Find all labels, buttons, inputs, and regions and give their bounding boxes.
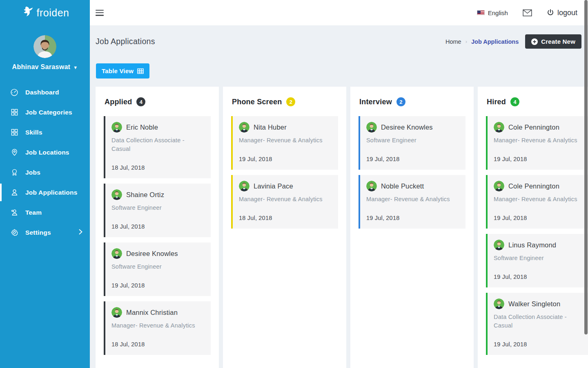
sidebar-item-skills[interactable]: Skills — [0, 122, 90, 142]
card-header: Shaine Ortiz — [111, 189, 205, 200]
application-card[interactable]: Cole PenningtonManager- Revenue & Analyt… — [486, 175, 588, 229]
candidate-position: Manager- Revenue & Analytics — [111, 321, 205, 330]
candidate-avatar — [239, 122, 249, 132]
sidebar-item-job-categories[interactable]: Job Categories — [0, 102, 90, 122]
sidebar-item-settings[interactable]: Settings — [0, 222, 90, 242]
power-icon — [547, 9, 554, 16]
sidebar-item-label: Skills — [25, 129, 42, 136]
application-date: 19 Jul, 2018 — [494, 274, 587, 280]
breadcrumb: Home › Job Applications — [445, 38, 519, 45]
menu-icon[interactable] — [96, 10, 104, 16]
bird-logo-icon — [21, 6, 33, 19]
sidebar-item-label: Dashboard — [25, 89, 59, 96]
candidate-name: Cole Pennington — [508, 182, 559, 190]
flag-us-icon — [477, 10, 485, 15]
candidate-position: Manager- Revenue & Analytics — [239, 195, 332, 204]
column-count-badge: 2 — [396, 97, 405, 106]
award-icon — [10, 168, 18, 177]
application-date: 19 Jul, 2018 — [494, 215, 587, 221]
candidate-name: Shaine Ortiz — [126, 191, 164, 199]
column-title: Interview — [359, 98, 392, 106]
application-date: 18 Jul, 2018 — [111, 223, 205, 230]
create-new-label: Create New — [541, 38, 575, 45]
candidate-name: Cole Pennington — [508, 123, 559, 131]
card-header: Lavinia Pace — [239, 181, 332, 191]
user-block: Abhinav Saraswat ▼ — [0, 35, 90, 71]
user-avatar[interactable] — [33, 35, 56, 58]
sidebar-item-dashboard[interactable]: Dashboard — [0, 82, 90, 102]
main-content: Job Applications Home › Job Applications… — [90, 25, 588, 368]
card-header: Cole Pennington — [494, 122, 587, 132]
user-icon — [10, 188, 18, 197]
table-view-label: Table View — [102, 67, 134, 74]
table-view-button[interactable]: Table View — [96, 63, 149, 79]
scrollbar-thumb[interactable] — [584, 0, 588, 334]
candidate-position: Software Engineer — [494, 254, 587, 263]
sidebar-item-team[interactable]: Team — [0, 202, 90, 222]
sidebar-item-label: Jobs — [25, 169, 40, 176]
kanban-column-applied: Applied4Eric NobleData Collection Associ… — [96, 87, 219, 368]
application-card[interactable]: Walker SingletonData Collection Associat… — [486, 293, 588, 355]
app-logo[interactable]: froiden — [0, 0, 90, 25]
column-title: Applied — [105, 98, 132, 106]
create-new-button[interactable]: Create New — [525, 34, 581, 49]
mail-icon[interactable] — [523, 9, 532, 16]
application-card[interactable]: Noble PuckettManager- Revenue & Analytic… — [359, 175, 466, 229]
topbar-right: English logout — [477, 9, 577, 17]
application-date: 18 Jul, 2018 — [111, 164, 205, 171]
card-header: Linus Raymond — [494, 240, 587, 250]
logout-label: logout — [557, 9, 577, 17]
application-date: 19 Jul, 2018 — [366, 215, 459, 221]
logo-text: froiden — [37, 7, 69, 19]
page-header-right: Home › Job Applications Create New — [445, 34, 581, 49]
application-card[interactable]: Desiree KnowlesSoftware Engineer19 Jul, … — [104, 242, 211, 296]
user-menu[interactable]: Abhinav Saraswat ▼ — [0, 63, 90, 71]
column-count-badge: 4 — [510, 97, 519, 106]
language-switcher[interactable]: English — [477, 9, 508, 16]
card-header: Nita Huber — [239, 122, 332, 132]
candidate-avatar — [494, 298, 504, 309]
application-card[interactable]: Desiree KnowlesSoftware Engineer19 Jul, … — [359, 116, 466, 170]
dashboard-icon — [10, 88, 18, 96]
candidate-avatar — [239, 181, 249, 191]
application-card[interactable]: Shaine OrtizSoftware Engineer18 Jul, 201… — [104, 184, 211, 237]
card-header: Noble Puckett — [366, 181, 459, 191]
application-date: 18 Jul, 2018 — [239, 215, 332, 221]
pin-icon — [10, 148, 18, 157]
application-card[interactable]: Mannix ChristianManager- Revenue & Analy… — [104, 301, 211, 355]
column-count-badge: 4 — [136, 97, 145, 106]
page-title: Job Applications — [96, 37, 155, 46]
candidate-avatar — [366, 122, 377, 132]
sidebar-nav: DashboardJob CategoriesSkillsJob Locatio… — [0, 82, 90, 242]
application-card[interactable]: Lavinia PaceManager- Revenue & Analytics… — [231, 175, 338, 229]
sidebar: froiden Abhinav Saraswat ▼ DashboardJob … — [0, 0, 90, 368]
sidebar-item-label: Job Categories — [25, 109, 72, 116]
application-date: 19 Jul, 2018 — [239, 156, 332, 162]
application-card[interactable]: Nita HuberManager- Revenue & Analytics19… — [231, 116, 338, 170]
breadcrumb-home[interactable]: Home — [445, 38, 461, 45]
candidate-name: Lavinia Pace — [254, 182, 293, 190]
application-card[interactable]: Cole PenningtonManager- Revenue & Analyt… — [486, 116, 588, 170]
column-header: Interview2 — [359, 97, 466, 106]
candidate-name: Nita Huber — [254, 123, 287, 131]
candidate-avatar — [494, 240, 504, 250]
application-card[interactable]: Linus RaymondSoftware Engineer19 Jul, 20… — [486, 234, 588, 287]
sidebar-item-label: Job Applications — [25, 189, 78, 196]
candidate-avatar — [111, 122, 122, 132]
application-card[interactable]: Eric NobleData Collection Associate - Ca… — [104, 116, 211, 178]
card-header: Desiree Knowles — [366, 122, 459, 132]
candidate-position: Data Collection Associate - Casual — [111, 136, 205, 153]
candidate-position: Data Collection Associate - Casual — [494, 313, 587, 330]
sidebar-item-jobs[interactable]: Jobs — [0, 162, 90, 182]
application-date: 19 Jul, 2018 — [494, 156, 587, 162]
card-header: Cole Pennington — [494, 181, 587, 191]
application-date: 18 Jul, 2018 — [111, 341, 205, 348]
logout-button[interactable]: logout — [547, 9, 577, 17]
sidebar-item-job-applications[interactable]: Job Applications — [0, 182, 90, 202]
candidate-name: Eric Noble — [126, 123, 158, 131]
kanban-board: Applied4Eric NobleData Collection Associ… — [96, 87, 588, 368]
language-label: English — [488, 9, 508, 16]
sidebar-item-job-locations[interactable]: Job Locations — [0, 142, 90, 162]
application-date: 19 Jul, 2018 — [111, 282, 205, 289]
column-title: Phone Screen — [232, 98, 282, 106]
